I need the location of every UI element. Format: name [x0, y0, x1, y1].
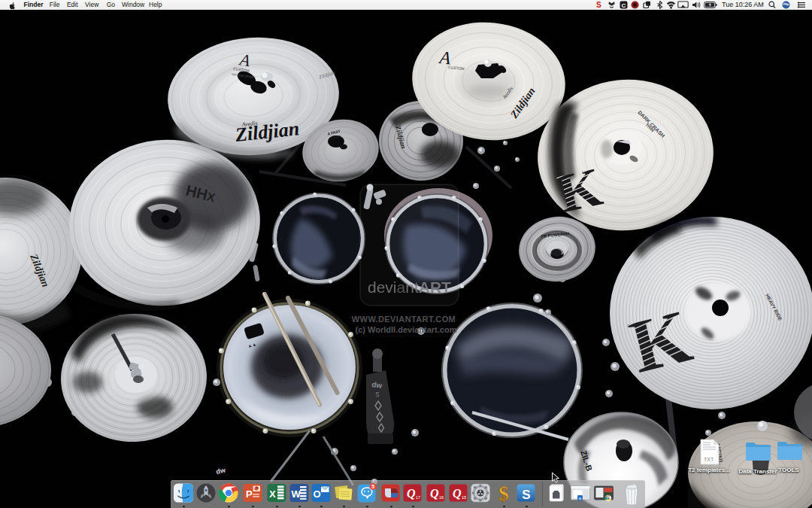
svg-text:W: W [292, 488, 301, 500]
svg-text:S: S [522, 488, 530, 502]
svg-text:O: O [314, 488, 321, 500]
svg-text:16: 16 [439, 495, 444, 500]
svg-text:(c) WorldII.deviantart.com: (c) WorldII.deviantart.com [356, 325, 457, 334]
svg-text:dw: dw [371, 380, 383, 390]
svg-text:17: 17 [416, 495, 420, 500]
svg-text:WWW.DEVIANTART.COM: WWW.DEVIANTART.COM [352, 315, 456, 324]
svg-text:Q: Q [430, 487, 439, 500]
svg-text:C: C [622, 2, 626, 9]
svg-text:Q: Q [453, 487, 462, 500]
svg-text:Q: Q [407, 487, 416, 500]
svg-text:deviantART: deviantART [368, 278, 451, 296]
svg-text:15: 15 [462, 495, 466, 500]
svg-text:X: X [269, 488, 276, 500]
svg-text:$: $ [498, 482, 509, 503]
svg-text:5: 5 [371, 484, 374, 489]
svg-text:TXT: TXT [704, 457, 714, 462]
svg-text:P: P [246, 488, 253, 500]
